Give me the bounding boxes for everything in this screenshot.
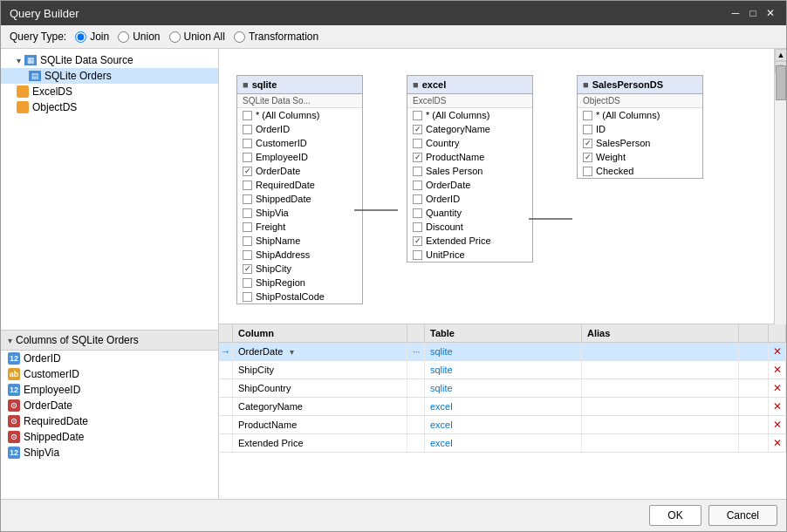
grid-row-1-column[interactable]: ShipCity <box>233 361 407 379</box>
checkbox-quantity[interactable] <box>413 208 422 218</box>
grid-row-5-column[interactable]: Extended Price <box>233 434 407 452</box>
checkbox-sp-allcols[interactable] <box>583 111 592 120</box>
grid-row-1[interactable]: ShipCity sqlite ✕ <box>219 361 786 379</box>
column-item-shippeddate[interactable]: ⊙ ShippedDate <box>1 429 218 445</box>
column-item-orderdate[interactable]: ⊙ OrderDate <box>1 398 218 413</box>
sqlite-row-orderdate[interactable]: OrderDate <box>237 164 362 178</box>
grid-row-5[interactable]: Extended Price excel ✕ <box>219 434 786 453</box>
sp-row-salesperson[interactable]: SalesPerson <box>578 136 702 150</box>
checkbox-customerid[interactable] <box>243 139 252 148</box>
excel-row-orderdate[interactable]: OrderDate <box>407 178 532 192</box>
join-option[interactable]: Join <box>75 31 113 43</box>
sqlite-row-employeeid[interactable]: EmployeeID <box>237 150 362 164</box>
columns-list[interactable]: 12 OrderID ab CustomerID 12 EmployeeID ⊙… <box>1 351 218 499</box>
excel-row-orderid[interactable]: OrderID <box>407 192 532 206</box>
grid-row-0-column[interactable]: OrderDate ▾ <box>233 343 407 360</box>
close-button[interactable]: ✕ <box>763 6 777 20</box>
transformation-option[interactable]: Transformation <box>234 31 322 43</box>
excel-row-country[interactable]: Country <box>407 136 532 150</box>
column-item-requireddate[interactable]: ⊙ RequiredDate <box>1 413 218 429</box>
sqlite-row-shipname[interactable]: ShipName <box>237 234 362 248</box>
excel-row-quantity[interactable]: Quantity <box>407 206 532 220</box>
dropdown-icon[interactable]: ▾ <box>290 347 294 357</box>
scroll-up-arrow[interactable]: ▲ <box>775 49 786 61</box>
union-option[interactable]: Union <box>118 31 163 43</box>
sqlite-row-shippeddate[interactable]: ShippedDate <box>237 192 362 206</box>
excel-row-extprice[interactable]: Extended Price <box>407 234 532 248</box>
checkbox-extprice[interactable] <box>413 236 422 246</box>
grid-row-4-delete[interactable]: ✕ <box>769 416 786 433</box>
checkbox-employeeid[interactable] <box>243 153 252 162</box>
sp-row-checked[interactable]: Checked <box>578 164 702 178</box>
checkbox-orderid[interactable] <box>243 125 252 134</box>
excel-row-unitprice[interactable]: UnitPrice <box>407 248 532 262</box>
checkbox-shipcity[interactable] <box>243 264 252 274</box>
grid-row-4[interactable]: ProductName excel ✕ <box>219 416 786 434</box>
grid-row-5-alias[interactable] <box>582 434 739 452</box>
checkbox-shipname[interactable] <box>243 236 252 246</box>
checkbox-shippeddate[interactable] <box>243 194 252 204</box>
checkbox-categoryname[interactable] <box>413 125 422 134</box>
sqlite-row-requireddate[interactable]: RequiredDate <box>237 178 362 192</box>
checkbox-productname[interactable] <box>413 153 422 162</box>
grid-row-2[interactable]: ShipCountry sqlite ✕ <box>219 379 786 398</box>
checkbox-allcols[interactable] <box>243 111 252 120</box>
column-item-orderid[interactable]: 12 OrderID <box>1 351 218 366</box>
checkbox-orderdate[interactable] <box>243 167 252 176</box>
column-item-employeeid[interactable]: 12 EmployeeID <box>1 382 218 398</box>
grid-row-1-delete[interactable]: ✕ <box>769 361 786 379</box>
grid-row-0-dots[interactable]: ··· <box>407 343 425 360</box>
sp-row-weight[interactable]: Weight <box>578 150 702 164</box>
checkbox-reqdate[interactable] <box>243 181 252 190</box>
grid-row-1-alias[interactable] <box>582 361 739 379</box>
tree-item-sqlite-datasource[interactable]: ▾ ▦ SQLite Data Source <box>1 52 218 68</box>
sqlite-row-orderid[interactable]: OrderID <box>237 122 362 136</box>
sqlite-row-freight[interactable]: Freight <box>237 220 362 234</box>
grid-body[interactable]: → OrderDate ▾ ··· sqlite ✕ <box>219 343 786 499</box>
grid-row-4-alias[interactable] <box>582 416 739 433</box>
checkbox-sp-checked[interactable] <box>583 167 592 176</box>
checkbox-excel-allcols[interactable] <box>413 111 422 120</box>
checkbox-salesperson[interactable] <box>413 167 422 176</box>
union-all-option[interactable]: Union All <box>169 31 229 43</box>
excel-row-categoryname[interactable]: CategoryName <box>407 122 532 136</box>
sqlite-row-customerid[interactable]: CustomerID <box>237 136 362 150</box>
excel-row-salesperson[interactable]: Sales Person <box>407 164 532 178</box>
sp-row-allcols[interactable]: * (All Columns) <box>578 108 702 122</box>
checkbox-excel-orderdate[interactable] <box>413 181 422 190</box>
scrollbar-thumb[interactable] <box>776 65 786 100</box>
grid-row-3-column[interactable]: CategoryName <box>233 398 407 415</box>
checkbox-sp-weight[interactable] <box>583 153 592 162</box>
sqlite-row-shipregion[interactable]: ShipRegion <box>237 276 362 290</box>
sqlite-row-allcols[interactable]: * (All Columns) <box>237 108 362 122</box>
grid-row-3-delete[interactable]: ✕ <box>769 398 786 415</box>
grid-row-0-alias[interactable] <box>582 343 739 360</box>
checkbox-sp-salesperson[interactable] <box>583 139 592 148</box>
grid-row-3[interactable]: CategoryName excel ✕ <box>219 398 786 416</box>
grid-row-2-alias[interactable] <box>582 379 739 397</box>
excel-row-allcols[interactable]: * (All Columns) <box>407 108 532 122</box>
dots-button[interactable]: ··· <box>413 347 420 357</box>
minimize-button[interactable]: ─ <box>729 6 743 20</box>
ok-button[interactable]: OK <box>649 505 701 526</box>
tree-item-sqlite-orders[interactable]: ▤ SQLite Orders <box>1 68 218 84</box>
column-item-customerid[interactable]: ab CustomerID <box>1 366 218 382</box>
grid-row-4-column[interactable]: ProductName <box>233 416 407 433</box>
grid-row-0-delete[interactable]: ✕ <box>769 343 786 360</box>
checkbox-shippostalcode[interactable] <box>243 292 252 302</box>
tree-item-objectDS[interactable]: ObjectDS <box>1 99 218 115</box>
sqlite-row-shipcity[interactable]: ShipCity <box>237 262 362 276</box>
sqlite-row-shipvia[interactable]: ShipVia <box>237 206 362 220</box>
excel-row-discount[interactable]: Discount <box>407 220 532 234</box>
checkbox-sp-id[interactable] <box>583 125 592 134</box>
grid-row-2-delete[interactable]: ✕ <box>769 379 786 397</box>
checkbox-unitprice[interactable] <box>413 250 422 260</box>
checkbox-discount[interactable] <box>413 222 422 232</box>
sqlite-row-shippostalcode[interactable]: ShipPostalCode <box>237 290 362 304</box>
tree-item-excelDS[interactable]: ExcelDS <box>1 84 218 99</box>
column-item-shipvia[interactable]: 12 ShipVia <box>1 445 218 460</box>
checkbox-shipaddress[interactable] <box>243 250 252 260</box>
maximize-button[interactable]: □ <box>746 6 760 20</box>
diagram-scrollbar[interactable]: ▲ ▼ <box>774 49 786 324</box>
checkbox-country[interactable] <box>413 139 422 148</box>
